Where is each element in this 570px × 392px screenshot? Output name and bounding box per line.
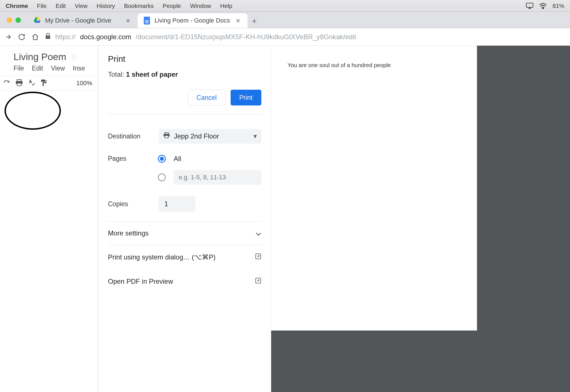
redo-icon[interactable] <box>3 80 10 87</box>
docmenu-insert[interactable]: Inse <box>73 65 85 72</box>
url-host: docs.google.com <box>80 33 131 41</box>
drive-icon <box>34 17 41 25</box>
tab-title: My Drive - Google Drive <box>45 17 111 24</box>
spellcheck-icon[interactable] <box>28 79 35 87</box>
svg-rect-2 <box>46 36 50 39</box>
more-settings-toggle[interactable]: More settings <box>108 221 261 245</box>
docs-chrome: Living Poem ☆ File Edit View Inse 100% <box>0 46 98 392</box>
url-field[interactable]: https://docs.google.com/document/d/1-ED1… <box>45 33 356 41</box>
pages-all-radio[interactable] <box>158 155 166 163</box>
svg-rect-7 <box>165 133 169 134</box>
svg-rect-9 <box>165 136 168 138</box>
menu-file[interactable]: File <box>37 3 47 9</box>
zoom-level[interactable]: 100% <box>76 80 92 87</box>
copies-label: Copies <box>108 200 159 208</box>
destination-label: Destination <box>108 133 159 140</box>
reload-button[interactable] <box>18 33 25 41</box>
destination-value: Jepp 2nd Floor <box>174 132 219 140</box>
external-link-icon <box>255 278 261 285</box>
url-path: /document/d/1-ED15NzuxjsqsMX5F-KH-hU9kdk… <box>136 33 356 41</box>
paint-format-icon[interactable] <box>40 79 47 88</box>
print-button[interactable]: Print <box>231 90 261 105</box>
close-icon[interactable]: × <box>235 16 241 25</box>
document-title[interactable]: Living Poem <box>14 51 66 62</box>
copies-input[interactable] <box>159 196 195 212</box>
airplay-icon[interactable] <box>526 3 533 9</box>
menu-people[interactable]: People <box>163 3 181 9</box>
address-bar: https://docs.google.com/document/d/1-ED1… <box>0 28 570 46</box>
svg-point-1 <box>542 8 543 9</box>
print-dialog: Print Total: 1 sheet of paper Cancel Pri… <box>98 46 271 392</box>
print-heading: Print <box>108 54 261 64</box>
chevron-down-icon <box>256 229 261 238</box>
maximize-dot[interactable] <box>16 17 21 23</box>
external-link-icon <box>255 253 261 261</box>
menu-view[interactable]: View <box>75 3 87 9</box>
pages-range-input[interactable] <box>174 170 261 185</box>
tab-docs[interactable]: Living Poem - Google Docs × <box>138 13 248 28</box>
window-controls[interactable] <box>0 17 28 28</box>
app-name[interactable]: Chrome <box>6 3 28 9</box>
cancel-button[interactable]: Cancel <box>188 90 226 105</box>
svg-rect-6 <box>41 80 45 82</box>
system-dialog-link[interactable]: Print using system dialog… (⌥⌘P) <box>108 245 261 269</box>
docs-icon <box>144 17 150 25</box>
docs-toolbar: 100% <box>0 76 98 91</box>
svg-rect-0 <box>526 3 533 7</box>
url-scheme: https:// <box>55 33 76 41</box>
minimize-dot[interactable] <box>7 17 12 23</box>
browser-tabstrip: My Drive - Google Drive × Living Poem - … <box>0 12 570 28</box>
menu-bookmarks[interactable]: Bookmarks <box>124 3 154 9</box>
docmenu-edit[interactable]: Edit <box>32 65 43 72</box>
home-button[interactable] <box>32 33 39 41</box>
pages-all-label: All <box>174 155 181 163</box>
battery-text: 81% <box>553 3 564 9</box>
close-icon[interactable]: × <box>125 16 131 25</box>
pages-label: Pages <box>108 155 158 162</box>
docmenu-file[interactable]: File <box>14 65 24 72</box>
macos-menubar: Chrome File Edit View History Bookmarks … <box>0 0 570 12</box>
print-total: Total: 1 sheet of paper <box>108 71 261 78</box>
docmenu-view[interactable]: View <box>51 65 65 72</box>
menu-edit[interactable]: Edit <box>56 3 66 9</box>
new-tab-button[interactable]: + <box>248 14 261 28</box>
print-icon[interactable] <box>15 79 23 88</box>
printer-icon <box>163 132 170 140</box>
menu-help[interactable]: Help <box>220 3 232 9</box>
open-pdf-link[interactable]: Open PDF in Preview <box>108 269 261 294</box>
lock-icon <box>45 33 51 41</box>
star-icon[interactable]: ☆ <box>71 52 77 61</box>
svg-rect-5 <box>17 83 21 86</box>
preview-page: You are one soul out of a hundred people <box>271 46 477 331</box>
menu-window[interactable]: Window <box>190 3 211 9</box>
pages-range-radio[interactable] <box>158 173 166 181</box>
chevron-down-icon: ▾ <box>253 132 257 140</box>
svg-rect-3 <box>17 80 21 81</box>
tab-title: Living Poem - Google Docs <box>154 17 230 24</box>
preview-text: You are one soul out of a hundred people <box>288 62 391 68</box>
print-preview-area: You are one soul out of a hundred people <box>271 46 570 392</box>
tab-drive[interactable]: My Drive - Google Drive × <box>28 13 138 28</box>
wifi-icon[interactable] <box>539 3 547 9</box>
menu-history[interactable]: History <box>97 3 115 9</box>
destination-select[interactable]: Jepp 2nd Floor ▾ <box>159 129 261 144</box>
forward-button[interactable] <box>5 33 12 41</box>
